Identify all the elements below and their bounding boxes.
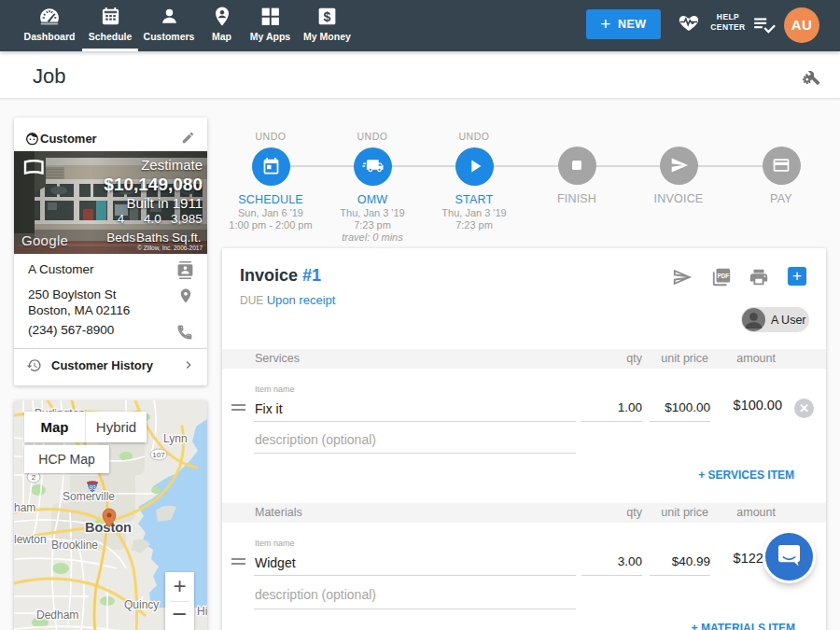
svg-text:Brookline: Brookline — [51, 539, 98, 552]
svg-text:107: 107 — [152, 451, 165, 459]
svg-text:lewton: lewton — [14, 533, 47, 546]
svg-text:$: $ — [324, 9, 331, 24]
svg-text:2: 2 — [32, 473, 36, 482]
svg-text:93: 93 — [89, 484, 96, 491]
svg-text:Quincy: Quincy — [124, 598, 159, 611]
svg-text:Hi: Hi — [197, 605, 207, 618]
svg-text:Dedham: Dedham — [36, 609, 78, 622]
svg-text:Lynn: Lynn — [163, 432, 188, 445]
svg-text:ham: ham — [14, 501, 35, 514]
svg-text:Somerville: Somerville — [63, 490, 115, 503]
svg-text:PDF: PDF — [717, 273, 729, 279]
